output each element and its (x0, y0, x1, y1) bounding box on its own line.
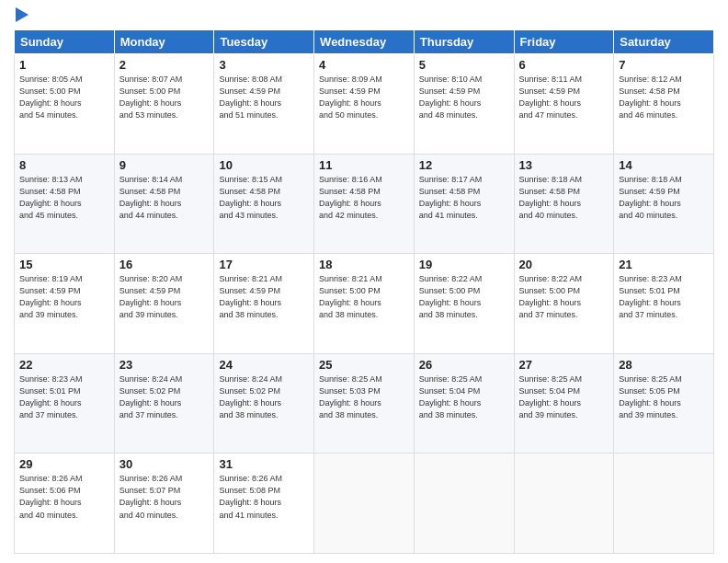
calendar-cell: 3Sunrise: 8:08 AM Sunset: 4:59 PM Daylig… (214, 54, 314, 155)
calendar-cell: 29Sunrise: 8:26 AM Sunset: 5:06 PM Dayli… (15, 454, 115, 554)
day-info: Sunrise: 8:05 AM Sunset: 5:00 PM Dayligh… (19, 74, 109, 121)
day-number: 1 (19, 58, 109, 72)
calendar-cell: 16Sunrise: 8:20 AM Sunset: 4:59 PM Dayli… (114, 254, 214, 354)
calendar-cell: 10Sunrise: 8:15 AM Sunset: 4:58 PM Dayli… (214, 154, 314, 254)
day-header-sunday: Sunday (15, 30, 115, 54)
day-number: 7 (619, 58, 709, 72)
day-number: 6 (519, 58, 609, 72)
day-header-friday: Friday (514, 30, 614, 54)
day-info: Sunrise: 8:25 AM Sunset: 5:04 PM Dayligh… (419, 373, 509, 421)
day-info: Sunrise: 8:14 AM Sunset: 4:58 PM Dayligh… (119, 174, 210, 222)
calendar-cell: 26Sunrise: 8:25 AM Sunset: 5:04 PM Dayli… (414, 353, 514, 454)
calendar-cell: 15Sunrise: 8:19 AM Sunset: 4:59 PM Dayli… (15, 254, 115, 354)
calendar-cell (614, 454, 714, 554)
day-number: 5 (419, 58, 509, 72)
calendar-cell: 5Sunrise: 8:10 AM Sunset: 4:59 PM Daylig… (414, 54, 514, 155)
day-info: Sunrise: 8:13 AM Sunset: 4:58 PM Dayligh… (19, 174, 109, 222)
day-header-tuesday: Tuesday (214, 30, 314, 54)
calendar-cell: 13Sunrise: 8:18 AM Sunset: 4:58 PM Dayli… (514, 154, 614, 254)
day-info: Sunrise: 8:21 AM Sunset: 4:59 PM Dayligh… (219, 273, 309, 321)
day-info: Sunrise: 8:23 AM Sunset: 5:01 PM Dayligh… (619, 273, 709, 321)
calendar-cell: 17Sunrise: 8:21 AM Sunset: 4:59 PM Dayli… (214, 254, 314, 354)
day-number: 4 (319, 58, 409, 72)
calendar-cell: 12Sunrise: 8:17 AM Sunset: 4:58 PM Dayli… (414, 154, 514, 254)
day-info: Sunrise: 8:09 AM Sunset: 4:59 PM Dayligh… (319, 74, 409, 121)
calendar-cell: 14Sunrise: 8:18 AM Sunset: 4:59 PM Dayli… (614, 154, 714, 254)
calendar-cell: 4Sunrise: 8:09 AM Sunset: 4:59 PM Daylig… (314, 54, 415, 155)
calendar-cell: 9Sunrise: 8:14 AM Sunset: 4:58 PM Daylig… (114, 154, 214, 254)
week-row-4: 22Sunrise: 8:23 AM Sunset: 5:01 PM Dayli… (15, 353, 714, 454)
day-info: Sunrise: 8:20 AM Sunset: 4:59 PM Dayligh… (119, 273, 210, 321)
day-info: Sunrise: 8:17 AM Sunset: 4:58 PM Dayligh… (419, 174, 509, 222)
day-header-saturday: Saturday (614, 30, 714, 54)
day-info: Sunrise: 8:18 AM Sunset: 4:58 PM Dayligh… (519, 174, 609, 222)
calendar-cell (514, 454, 614, 554)
day-number: 10 (219, 158, 309, 172)
day-number: 12 (419, 158, 509, 172)
day-number: 16 (119, 258, 210, 271)
day-header-wednesday: Wednesday (314, 30, 415, 54)
day-info: Sunrise: 8:24 AM Sunset: 5:02 PM Dayligh… (219, 373, 309, 421)
calendar-cell: 24Sunrise: 8:24 AM Sunset: 5:02 PM Dayli… (214, 353, 314, 454)
week-row-3: 15Sunrise: 8:19 AM Sunset: 4:59 PM Dayli… (15, 254, 714, 354)
day-number: 15 (19, 258, 109, 271)
calendar-cell (314, 454, 415, 554)
calendar-table: SundayMondayTuesdayWednesdayThursdayFrid… (14, 29, 714, 554)
calendar-cell (414, 454, 514, 554)
day-number: 9 (119, 158, 210, 172)
day-info: Sunrise: 8:10 AM Sunset: 4:59 PM Dayligh… (419, 74, 509, 121)
calendar-cell: 21Sunrise: 8:23 AM Sunset: 5:01 PM Dayli… (614, 254, 714, 354)
day-info: Sunrise: 8:16 AM Sunset: 4:58 PM Dayligh… (319, 174, 409, 222)
calendar-cell: 11Sunrise: 8:16 AM Sunset: 4:58 PM Dayli… (314, 154, 415, 254)
day-number: 14 (619, 158, 709, 172)
day-number: 20 (519, 258, 609, 271)
day-info: Sunrise: 8:21 AM Sunset: 5:00 PM Dayligh… (319, 273, 409, 321)
day-info: Sunrise: 8:18 AM Sunset: 4:59 PM Dayligh… (619, 174, 709, 222)
logo (14, 9, 28, 22)
calendar-cell: 23Sunrise: 8:24 AM Sunset: 5:02 PM Dayli… (114, 353, 214, 454)
day-info: Sunrise: 8:26 AM Sunset: 5:06 PM Dayligh… (19, 473, 109, 521)
day-info: Sunrise: 8:25 AM Sunset: 5:03 PM Dayligh… (319, 373, 409, 421)
day-number: 22 (19, 358, 109, 372)
day-header-thursday: Thursday (414, 30, 514, 54)
logo-arrow-icon (16, 7, 28, 22)
week-row-5: 29Sunrise: 8:26 AM Sunset: 5:06 PM Dayli… (15, 454, 714, 554)
day-number: 26 (419, 358, 509, 372)
day-header-monday: Monday (114, 30, 214, 54)
calendar-cell: 6Sunrise: 8:11 AM Sunset: 4:59 PM Daylig… (514, 54, 614, 155)
day-info: Sunrise: 8:19 AM Sunset: 4:59 PM Dayligh… (19, 273, 109, 321)
calendar-cell: 27Sunrise: 8:25 AM Sunset: 5:04 PM Dayli… (514, 353, 614, 454)
calendar-cell: 20Sunrise: 8:22 AM Sunset: 5:00 PM Dayli… (514, 254, 614, 354)
day-info: Sunrise: 8:08 AM Sunset: 4:59 PM Dayligh… (219, 74, 309, 121)
calendar-cell: 19Sunrise: 8:22 AM Sunset: 5:00 PM Dayli… (414, 254, 514, 354)
day-info: Sunrise: 8:12 AM Sunset: 4:58 PM Dayligh… (619, 74, 709, 121)
day-number: 30 (119, 457, 210, 471)
day-number: 2 (119, 58, 210, 72)
calendar-cell: 7Sunrise: 8:12 AM Sunset: 4:58 PM Daylig… (614, 54, 714, 155)
calendar-cell: 25Sunrise: 8:25 AM Sunset: 5:03 PM Dayli… (314, 353, 415, 454)
day-number: 31 (219, 457, 309, 471)
day-info: Sunrise: 8:25 AM Sunset: 5:04 PM Dayligh… (519, 373, 609, 421)
day-info: Sunrise: 8:11 AM Sunset: 4:59 PM Dayligh… (519, 74, 609, 121)
day-number: 24 (219, 358, 309, 372)
day-info: Sunrise: 8:15 AM Sunset: 4:58 PM Dayligh… (219, 174, 309, 222)
day-info: Sunrise: 8:07 AM Sunset: 5:00 PM Dayligh… (119, 74, 210, 121)
page: SundayMondayTuesdayWednesdayThursdayFrid… (0, 0, 728, 563)
day-number: 3 (219, 58, 309, 72)
week-row-1: 1Sunrise: 8:05 AM Sunset: 5:00 PM Daylig… (15, 54, 714, 155)
header (14, 9, 714, 22)
day-number: 28 (619, 358, 709, 372)
day-number: 29 (19, 457, 109, 471)
calendar-cell: 1Sunrise: 8:05 AM Sunset: 5:00 PM Daylig… (15, 54, 115, 155)
day-info: Sunrise: 8:25 AM Sunset: 5:05 PM Dayligh… (619, 373, 709, 421)
day-info: Sunrise: 8:22 AM Sunset: 5:00 PM Dayligh… (419, 273, 509, 321)
day-info: Sunrise: 8:26 AM Sunset: 5:08 PM Dayligh… (219, 473, 309, 521)
day-number: 11 (319, 158, 409, 172)
calendar-cell: 22Sunrise: 8:23 AM Sunset: 5:01 PM Dayli… (15, 353, 115, 454)
calendar-cell: 30Sunrise: 8:26 AM Sunset: 5:07 PM Dayli… (114, 454, 214, 554)
calendar-cell: 18Sunrise: 8:21 AM Sunset: 5:00 PM Dayli… (314, 254, 415, 354)
day-number: 23 (119, 358, 210, 372)
calendar-header-row: SundayMondayTuesdayWednesdayThursdayFrid… (15, 30, 714, 54)
day-number: 27 (519, 358, 609, 372)
day-number: 19 (419, 258, 509, 271)
